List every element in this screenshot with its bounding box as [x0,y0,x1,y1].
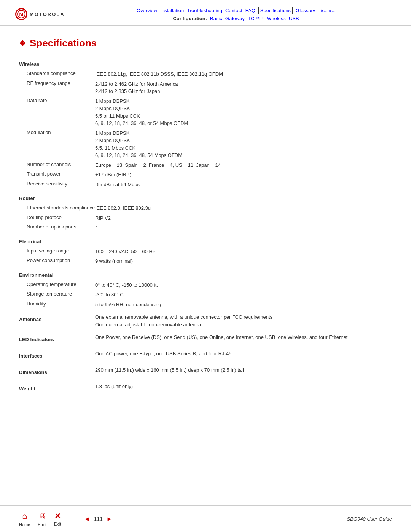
row-rf-frequency: RF frequency range 2.412 to 2.462 GHz fo… [19,79,392,96]
value-routing-protocol: RIP V2 [95,214,392,222]
value-transmit-power: +17 dBm (EIRP) [95,171,392,179]
label-ethernet-standards: Ethernet standards compliance [19,204,95,211]
value-operating-temp: 0° to 40° C, -150 to 10000 ft. [95,281,392,289]
row-power-consumption: Power consumption 9 watts (nominal) [19,256,392,266]
row-receive-sensitivity: Receive sensitivity -65 dBm at 54 Mbps [19,180,392,190]
nav-troubleshooting[interactable]: Troubleshooting [187,8,222,13]
value-data-rate: 1 Mbps DBPSK2 Mbps DQPSK5.5 or 11 Mbps C… [95,97,392,127]
row-input-voltage: Input voltage range 100 – 240 VAC, 50 – … [19,247,392,257]
label-standards-compliance: Standards compliance [19,70,95,76]
value-antennas: One external removable antenna, with a u… [95,313,392,328]
label-transmit-power: Transmit power [19,171,95,177]
value-rf-frequency: 2.412 to 2.462 GHz for North America2.41… [95,80,392,95]
row-dimensions: Dimensions 290 mm (11.5 in.) wide x 160 … [19,365,392,379]
home-button[interactable]: ⌂ Home [19,511,30,527]
exit-button[interactable]: ✕ Exit [54,511,61,526]
row-storage-temp: Storage temperature -30° to 80° C [19,290,392,300]
label-modulation: Modulation [19,129,95,135]
nav-usb[interactable]: USB [289,16,299,21]
label-power-consumption: Power consumption [19,257,95,263]
guide-name: SBG940 User Guide [347,516,392,522]
nav-installation[interactable]: Installation [160,8,184,13]
nav-license[interactable]: License [318,8,335,13]
value-input-voltage: 100 – 240 VAC, 50 – 60 Hz [95,248,392,256]
section-wireless: Wireless Standards compliance IEEE 802.1… [19,58,392,189]
nav-specifications[interactable]: Specifications [258,7,293,14]
row-standards-compliance: Standards compliance IEEE 802.11g, IEEE … [19,69,392,79]
value-dimensions: 290 mm (11.5 in.) wide x 160 mm (5.5 in.… [95,366,392,374]
section-electrical-header: Electrical [19,236,392,247]
prev-page-arrow[interactable]: ◄ [84,516,90,522]
nav-overview[interactable]: Overview [137,8,157,13]
exit-icon: ✕ [54,511,61,521]
motorola-text: MOTOROLA [30,11,65,17]
motorola-logo-icon: M [15,8,27,20]
nav-basic[interactable]: Basic [210,16,222,21]
page-title-text: Specifications [30,37,97,49]
section-wireless-header: Wireless [19,58,392,69]
section-router: Router Ethernet standards compliance IEE… [19,192,392,233]
nav-bottom: Configuration: Basic Gateway TCP/IP Wire… [173,16,299,21]
section-router-header: Router [19,192,392,203]
row-ethernet-standards: Ethernet standards compliance IEEE 802.3… [19,203,392,213]
label-uplink-ports: Number of uplink ports [19,224,95,230]
next-page-arrow[interactable]: ► [107,516,113,522]
exit-label: Exit [54,522,61,526]
config-label: Configuration: [173,16,207,21]
value-interfaces: One AC power, one F-type, one USB Series… [95,350,392,358]
nav-glossary[interactable]: Glossary [296,8,315,13]
row-routing-protocol: Routing protocol RIP V2 [19,213,392,223]
label-interfaces: Interfaces [19,350,95,361]
page-title: ❖ Specifications [19,37,392,49]
label-rf-frequency: RF frequency range [19,80,95,86]
nav-contact[interactable]: Contact [225,8,242,13]
label-routing-protocol: Routing protocol [19,214,95,220]
row-humidity: Humidity 5 to 95% RH, non-condensing [19,300,392,310]
section-weight: Weight 1.8 lbs (unit only) [19,382,392,395]
header: M MOTOROLA Overview Installation Trouble… [0,0,411,26]
logo-area: M MOTOROLA [15,8,76,20]
label-num-channels: Number of channels [19,161,95,167]
nav-tcpip[interactable]: TCP/IP [248,16,264,21]
svg-text:M: M [19,11,24,17]
print-label: Print [38,522,46,527]
section-interfaces: Interfaces One AC power, one F-type, one… [19,349,392,362]
nav-faq[interactable]: FAQ [245,8,255,13]
nav-gateway[interactable]: Gateway [225,16,245,21]
value-ethernet-standards: IEEE 802.3, IEEE 802.3u [95,204,392,212]
label-input-voltage: Input voltage range [19,248,95,254]
navigation: Overview Installation Troubleshooting Co… [76,7,396,21]
row-operating-temp: Operating temperature 0° to 40° C, -150 … [19,280,392,290]
row-interfaces: Interfaces One AC power, one F-type, one… [19,349,392,362]
row-modulation: Modulation 1 Mbps DBPSK2 Mbps DQPSK5.5, … [19,128,392,160]
label-led: LED Indicators [19,334,95,345]
value-power-consumption: 9 watts (nominal) [95,257,392,265]
print-icon: 🖨 [38,511,46,521]
home-icon: ⌂ [22,511,27,521]
value-weight: 1.8 lbs (unit only) [95,383,392,390]
value-standards-compliance: IEEE 802.11g, IEEE 802.11b DSSS, IEEE 80… [95,70,392,78]
section-led: LED Indicators One Power, one Receive (D… [19,332,392,346]
nav-top: Overview Installation Troubleshooting Co… [137,7,335,14]
label-operating-temp: Operating temperature [19,281,95,287]
label-storage-temp: Storage temperature [19,291,95,297]
footer-icons: ⌂ Home 🖨 Print ✕ Exit [19,511,61,527]
main-content: ❖ Specifications Wireless Standards comp… [0,26,411,428]
label-receive-sensitivity: Receive sensitivity [19,181,95,187]
print-button[interactable]: 🖨 Print [38,511,46,527]
value-modulation: 1 Mbps DBPSK2 Mbps DQPSK5.5, 11 Mbps CCK… [95,129,392,159]
section-dimensions: Dimensions 290 mm (11.5 in.) wide x 160 … [19,365,392,379]
nav-wireless[interactable]: Wireless [267,16,286,21]
label-dimensions: Dimensions [19,366,95,377]
row-num-channels: Number of channels Europe = 13, Spain = … [19,160,392,170]
section-environmental-header: Environmental [19,269,392,280]
row-antennas: Antennas One external removable antenna,… [19,312,392,329]
row-data-rate: Data rate 1 Mbps DBPSK2 Mbps DQPSK5.5 or… [19,96,392,128]
label-data-rate: Data rate [19,97,95,103]
label-antennas: Antennas [19,313,95,324]
section-antennas: Antennas One external removable antenna,… [19,312,392,329]
title-diamond-icon: ❖ [19,39,26,48]
footer-pagination: ◄ 111 ► [84,516,112,522]
value-storage-temp: -30° to 80° C [95,291,392,299]
motorola-logo: M MOTOROLA [15,8,65,20]
